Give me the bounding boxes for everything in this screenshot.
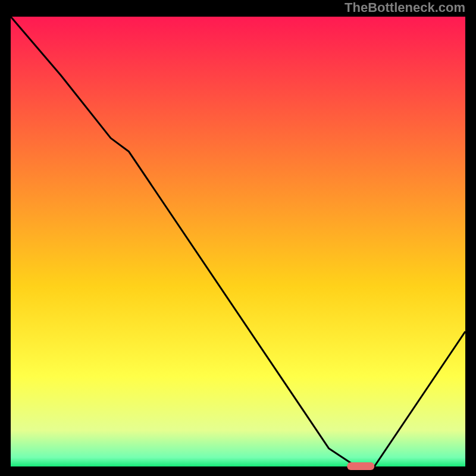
plot-area (11, 17, 465, 466)
optimal-marker (347, 462, 374, 470)
bottleneck-chart (0, 0, 476, 476)
